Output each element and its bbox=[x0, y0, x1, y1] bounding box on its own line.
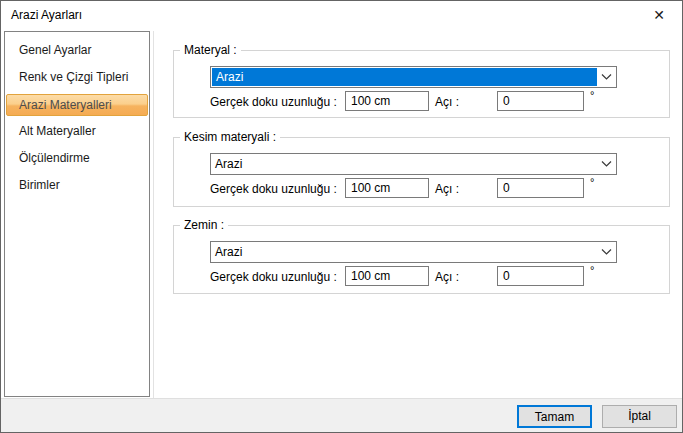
texture-length-input[interactable] bbox=[345, 266, 429, 286]
group-zemin-legend: Zemin : bbox=[180, 218, 228, 233]
angle-input[interactable] bbox=[497, 178, 584, 198]
chevron-down-icon bbox=[597, 67, 616, 87]
group-kesim-legend: Kesim materyali : bbox=[180, 130, 280, 145]
texture-length-label: Gerçek doku uzunluğu : bbox=[210, 270, 337, 284]
angle-input[interactable] bbox=[497, 266, 584, 286]
sidebar-item-birimler[interactable]: Birimler bbox=[6, 172, 148, 199]
angle-input[interactable] bbox=[497, 91, 584, 111]
sidebar-item-alt-materyaller[interactable]: Alt Materyaller bbox=[6, 118, 148, 145]
materyal-combobox[interactable]: Arazi bbox=[210, 66, 617, 88]
texture-length-label: Gerçek doku uzunluğu : bbox=[210, 182, 337, 196]
group-kesim-materyali: Kesim materyali : Arazi Gerçek doku uzun… bbox=[173, 137, 670, 207]
degree-symbol: ° bbox=[590, 176, 594, 188]
ok-button[interactable]: Tamam bbox=[517, 405, 592, 428]
zemin-combobox[interactable]: Arazi bbox=[210, 241, 617, 263]
kesim-combobox-value: Arazi bbox=[211, 154, 597, 174]
zemin-combobox-value: Arazi bbox=[211, 242, 597, 262]
sidebar-item-genel-ayarlar[interactable]: Genel Ayarlar bbox=[6, 37, 148, 64]
sidebar-item-renk-ve-cizgi-tipleri[interactable]: Renk ve Çizgi Tipleri bbox=[6, 64, 148, 91]
panel-separator bbox=[153, 31, 154, 399]
degree-symbol: ° bbox=[590, 89, 594, 101]
cancel-button[interactable]: İptal bbox=[602, 405, 677, 428]
sidebar-item-arazi-materyalleri[interactable]: Arazi Materyalleri bbox=[6, 94, 148, 116]
title-bar: Arazi Ayarları ✕ bbox=[1, 1, 682, 29]
kesim-materyali-combobox[interactable]: Arazi bbox=[210, 153, 617, 175]
group-materyal: Materyal : Arazi Gerçek doku uzunluğu : … bbox=[173, 50, 670, 118]
group-materyal-legend: Materyal : bbox=[180, 43, 241, 58]
materyal-combobox-value: Arazi bbox=[212, 68, 597, 86]
sidebar-item-olculendirme[interactable]: Ölçülendirme bbox=[6, 145, 148, 172]
degree-symbol: ° bbox=[590, 264, 594, 276]
terrain-settings-dialog: Arazi Ayarları ✕ Genel Ayarlar Renk ve Ç… bbox=[0, 0, 683, 433]
chevron-down-icon bbox=[597, 242, 616, 262]
settings-category-list: Genel Ayarlar Renk ve Çizgi Tipleri Araz… bbox=[4, 31, 150, 397]
texture-length-input[interactable] bbox=[345, 91, 429, 111]
angle-label: Açı : bbox=[435, 270, 459, 284]
dialog-footer: Tamam İptal bbox=[1, 398, 682, 432]
chevron-down-icon bbox=[597, 154, 616, 174]
texture-length-input[interactable] bbox=[345, 178, 429, 198]
angle-label: Açı : bbox=[435, 95, 459, 109]
texture-length-label: Gerçek doku uzunluğu : bbox=[210, 95, 337, 109]
close-icon[interactable]: ✕ bbox=[636, 1, 682, 29]
dialog-title: Arazi Ayarları bbox=[11, 1, 82, 29]
angle-label: Açı : bbox=[435, 182, 459, 196]
group-zemin: Zemin : Arazi Gerçek doku uzunluğu : Açı… bbox=[173, 225, 670, 294]
